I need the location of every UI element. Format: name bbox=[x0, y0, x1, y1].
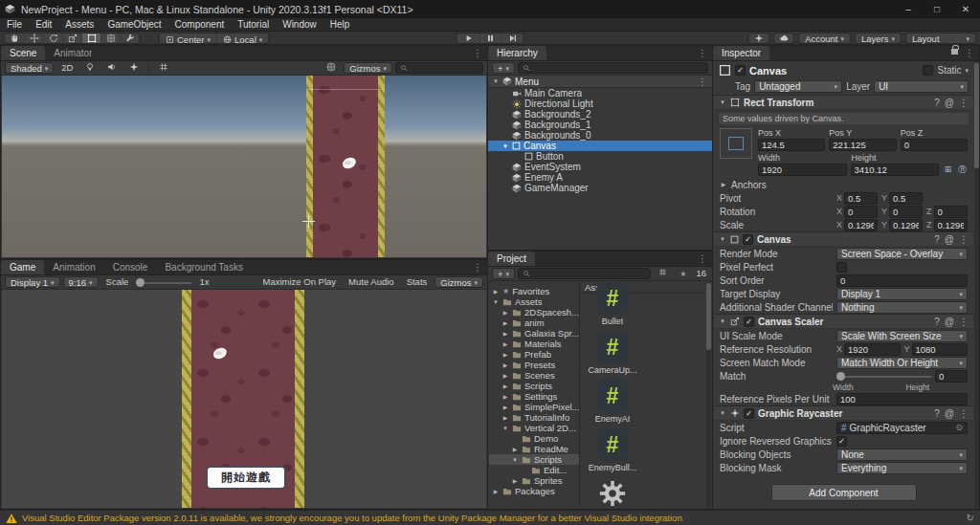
asset-item[interactable]: # CameraUp... bbox=[582, 331, 643, 375]
hierarchy-item[interactable]: EventSystem bbox=[488, 162, 712, 172]
close-button[interactable]: ✕ bbox=[951, 0, 980, 18]
move-tool-button[interactable] bbox=[24, 33, 43, 43]
hierarchy-item[interactable]: Backgrounds_1 bbox=[488, 120, 712, 130]
tree-item[interactable]: ▶Scenes bbox=[489, 370, 579, 381]
tree-item[interactable]: ▶Prefab bbox=[489, 349, 579, 360]
ref-resolution-x-field[interactable] bbox=[844, 343, 900, 356]
foldout-closed-icon[interactable]: ▶ bbox=[492, 289, 500, 295]
hierarchy-create-button[interactable]: +▾ bbox=[492, 62, 515, 74]
menu-help[interactable]: Help bbox=[323, 18, 357, 31]
presets-icon[interactable]: @ bbox=[945, 408, 954, 419]
scene-header-row[interactable]: ▼ Menu ⋮ bbox=[488, 76, 712, 88]
component-enabled-checkbox[interactable]: ✓ bbox=[744, 317, 754, 327]
scene-search[interactable] bbox=[395, 62, 483, 74]
hierarchy-search[interactable] bbox=[518, 62, 708, 74]
canvas-scaler-header[interactable]: ▼ ✓ Canvas Scaler ?@⋮ bbox=[714, 314, 973, 329]
minimize-button[interactable]: – bbox=[894, 0, 923, 18]
hierarchy-item[interactable]: Backgrounds_0 bbox=[488, 130, 712, 141]
2d-toggle-button[interactable]: 2D bbox=[56, 62, 78, 74]
foldout-closed-icon[interactable]: ▶ bbox=[720, 182, 727, 187]
layer-dropdown[interactable]: UI▾ bbox=[874, 80, 969, 93]
tab-animator[interactable]: Animator bbox=[45, 46, 100, 60]
anchor-preset-button[interactable] bbox=[720, 128, 752, 159]
kebab-icon[interactable]: ⋮ bbox=[468, 260, 487, 274]
tree-item[interactable]: ▶Packages bbox=[489, 486, 579, 496]
pos-x-field[interactable] bbox=[758, 139, 825, 151]
pos-z-field[interactable] bbox=[901, 139, 968, 151]
play-button[interactable] bbox=[457, 33, 479, 43]
blueprint-mode-icon[interactable]: ⊞ bbox=[943, 164, 953, 175]
tab-game[interactable]: Game bbox=[1, 260, 44, 274]
tab-background-tasks[interactable]: Background Tasks bbox=[156, 260, 252, 274]
rotate-tool-button[interactable] bbox=[43, 33, 62, 43]
slider-knob[interactable] bbox=[836, 372, 845, 381]
anchors-row[interactable]: ▶ Anchors bbox=[714, 178, 973, 191]
scale-tool-button[interactable] bbox=[62, 33, 81, 43]
foldout-closed-icon[interactable]: ▶ bbox=[501, 362, 509, 368]
tree-item[interactable]: ▶★Favorites bbox=[489, 286, 579, 296]
status-warning-text[interactable]: Visual Studio Editor Package version 2.0… bbox=[22, 513, 682, 523]
mute-audio-button[interactable]: Mute Audio bbox=[344, 276, 399, 288]
foldout-closed-icon[interactable]: ▶ bbox=[501, 405, 509, 410]
foldout-open-icon[interactable]: ▼ bbox=[492, 299, 500, 305]
component-enabled-checkbox[interactable]: ✓ bbox=[743, 234, 753, 245]
inspector-scrollbar[interactable] bbox=[974, 61, 979, 508]
slider-knob[interactable] bbox=[136, 278, 145, 287]
maximize-button[interactable]: □ bbox=[923, 0, 951, 18]
chevron-down-icon[interactable]: ▾ bbox=[965, 67, 969, 74]
tree-item[interactable]: ▶Settings bbox=[489, 391, 579, 402]
kebab-icon[interactable]: ⋮ bbox=[960, 46, 979, 60]
rect-tool-button[interactable] bbox=[81, 33, 100, 43]
scene-audio-button[interactable] bbox=[102, 62, 122, 74]
tag-dropdown[interactable]: Untagged▾ bbox=[754, 80, 842, 93]
asset-item[interactable]: # Bullet bbox=[582, 282, 643, 326]
scene-lighting-button[interactable] bbox=[80, 62, 100, 74]
rotation-y-field[interactable] bbox=[889, 206, 923, 218]
rotation-x-field[interactable] bbox=[844, 206, 878, 218]
scale-y-field[interactable] bbox=[889, 219, 923, 231]
aspect-ratio-dropdown[interactable]: 9:16▾ bbox=[63, 276, 99, 288]
layers-dropdown[interactable]: Layers▾ bbox=[855, 33, 902, 44]
asset-item[interactable]: # EnemyAI bbox=[582, 380, 643, 424]
reference-ppu-field[interactable] bbox=[836, 393, 968, 405]
gameobject-name[interactable]: Canvas bbox=[749, 65, 919, 77]
tree-item[interactable]: ▶2DSpacesh... bbox=[489, 307, 579, 317]
custom-tool-button[interactable] bbox=[120, 33, 139, 43]
foldout-closed-icon[interactable]: ▶ bbox=[501, 331, 509, 337]
tree-item[interactable]: ▶Materials bbox=[489, 339, 579, 349]
services-button[interactable] bbox=[748, 33, 769, 44]
foldout-closed-icon[interactable]: ▶ bbox=[501, 373, 509, 379]
scale-x-field[interactable] bbox=[844, 219, 878, 231]
project-search[interactable] bbox=[518, 268, 651, 279]
blocking-objects-dropdown[interactable]: None▾ bbox=[836, 448, 968, 461]
menu-component[interactable]: Component bbox=[168, 18, 232, 31]
raw-edit-icon[interactable]: Ⓡ bbox=[957, 164, 968, 175]
menu-file[interactable]: File bbox=[0, 18, 29, 31]
kebab-icon[interactable]: ⋮ bbox=[693, 252, 712, 266]
foldout-closed-icon[interactable]: ▶ bbox=[501, 352, 509, 358]
tree-item[interactable]: ▶ReadMe bbox=[489, 444, 579, 454]
shader-channels-dropdown[interactable]: Nothing▾ bbox=[836, 301, 968, 314]
game-scale-slider[interactable] bbox=[136, 276, 191, 289]
scrollbar-thumb[interactable] bbox=[974, 63, 979, 168]
tree-item[interactable]: ▶anim bbox=[489, 317, 579, 328]
pivot-x-field[interactable] bbox=[844, 192, 878, 205]
active-checkbox[interactable]: ✓ bbox=[735, 65, 746, 76]
asset-item[interactable]: # EnemyBull... bbox=[582, 428, 643, 472]
display-dropdown[interactable]: Display 1▾ bbox=[5, 276, 60, 288]
presets-icon[interactable]: @ bbox=[945, 317, 954, 327]
tab-scene[interactable]: Scene bbox=[1, 46, 45, 60]
menu-window[interactable]: Window bbox=[276, 18, 323, 31]
kebab-icon[interactable]: ⋮ bbox=[693, 76, 712, 88]
help-icon[interactable]: ? bbox=[934, 98, 940, 108]
collab-cloud-button[interactable] bbox=[773, 33, 794, 44]
ignore-reversed-checkbox[interactable]: ✓ bbox=[836, 436, 847, 447]
hand-tool-button[interactable] bbox=[5, 33, 24, 43]
match-value-field[interactable] bbox=[935, 370, 968, 383]
tab-hierarchy[interactable]: Hierarchy bbox=[488, 46, 546, 60]
scene-viewport[interactable] bbox=[2, 76, 486, 257]
foldout-open-icon[interactable]: ▼ bbox=[719, 410, 726, 416]
pivot-local-button[interactable]: Local▾ bbox=[216, 33, 268, 44]
ui-scale-mode-dropdown[interactable]: Scale With Screen Size▾ bbox=[836, 330, 968, 342]
rotation-z-field[interactable] bbox=[934, 206, 969, 218]
